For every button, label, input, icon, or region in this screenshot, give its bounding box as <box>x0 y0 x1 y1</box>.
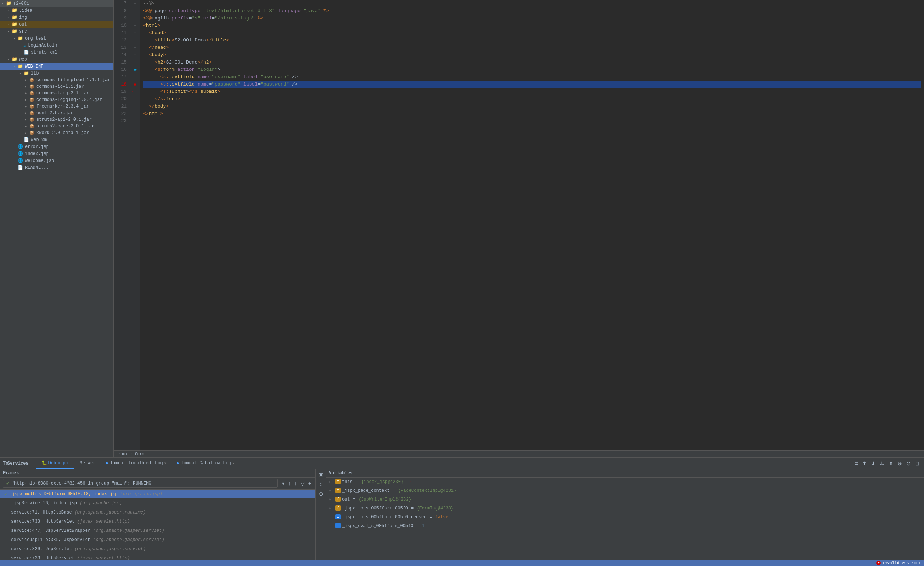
toolbar-btn-7[interactable]: ⊟ <box>914 460 921 467</box>
debug-tab-tomcat-catalina-log[interactable]: ▶Tomcat Catalina Log✕ <box>172 458 240 469</box>
tab-close-btn[interactable]: ✕ <box>164 461 166 465</box>
sidebar-item-commons-fileupload[interactable]: 📦commons-fileupload-1.1.1.jar <box>0 77 113 83</box>
thread-add-btn[interactable]: + <box>307 480 312 487</box>
side-btn-2[interactable]: ↕ <box>317 480 324 488</box>
sidebar-item-freemarker[interactable]: 📦freemarker-2.3.4.jar <box>0 103 113 110</box>
var-item-3[interactable]: f_jspx_th_s_005fform_005f0 = {FormTag@42… <box>326 504 924 513</box>
line-number-23: 23 <box>117 117 127 125</box>
frame-item-3[interactable]: service:733, HttpServlet (javax.servlet.… <box>0 517 315 526</box>
fold-marker[interactable]: − <box>134 103 136 110</box>
sidebar-item-WEB-INF[interactable]: 📁WEB-INF <box>0 63 113 70</box>
frames-panel: Frames ✔ "http-nio-8080-exec-4"@2,456 in… <box>0 469 316 560</box>
tab-close-btn[interactable]: ✕ <box>232 461 235 465</box>
sidebar-item-xwork[interactable]: 📦xwork-2.0-beta-1.jar <box>0 129 113 136</box>
debugger-tabs-row: To Services🐛DebuggerServer▶Tomcat Localh… <box>0 458 924 469</box>
sidebar-item-commons-io[interactable]: 📦commons-io-1.1.jar <box>0 83 113 90</box>
fold-marker[interactable]: − <box>134 22 136 29</box>
xml-icon: 📄 <box>24 50 29 55</box>
sidebar-item-commons-logging[interactable]: 📦commons-logging-1.0.4.jar <box>0 96 113 103</box>
sidebar-item-org.test[interactable]: 📁org.test <box>0 35 113 42</box>
var-item-2[interactable]: fout = {JspWriterImpl@4232} <box>326 495 924 504</box>
frame-item-2[interactable]: service:71, HttpJspBase (org.apache.jasp… <box>0 508 315 517</box>
toolbar-btn-3[interactable]: ⇊ <box>879 460 886 467</box>
toolbar-btn-5[interactable]: ⊗ <box>896 460 903 467</box>
sidebar-item-welcome.jsp[interactable]: 🌐welcome.jsp <box>0 157 113 164</box>
var-icon: l <box>335 514 340 519</box>
debug-tab-tomcat-localhost-log[interactable]: ▶Tomcat Localhost Log✕ <box>100 458 171 469</box>
code-content[interactable]: --%><%@ page contentType="text/html;char… <box>140 0 924 450</box>
jsp-icon: 🌐 <box>18 158 23 163</box>
sidebar-item-ognl[interactable]: 📦ognl-2.6.7.jar <box>0 110 113 116</box>
fold-marker[interactable]: − <box>134 0 136 8</box>
var-item-1[interactable]: f_jspx_page_context = {PageContextImpl@4… <box>326 486 924 495</box>
file-icon: 📄 <box>18 165 23 170</box>
breakpoint-marker[interactable]: ● <box>134 81 136 88</box>
code-line-12: <title>S2-001 Demo</title> <box>143 37 921 44</box>
line-number-8: 8 <box>117 8 127 15</box>
sidebar-item-error.jsp[interactable]: 🌐error.jsp <box>0 143 113 150</box>
side-btn-1[interactable]: ▣ <box>317 471 324 479</box>
var-arrow[interactable] <box>329 496 334 503</box>
sidebar-item-label: commons-logging-1.0.4.jar <box>36 97 102 102</box>
frame-item-0[interactable]: ✔_jspx_meth_s_005fform_005f0:18, index_j… <box>0 489 315 499</box>
sidebar-item-struts2-api[interactable]: 📦struts2-api-2.0.1.jar <box>0 116 113 123</box>
thread-expand-btn[interactable]: ▾ <box>281 480 285 487</box>
sidebar-item-struts.xml[interactable]: 📄struts.xml <box>0 49 113 56</box>
debug-tab-debugger[interactable]: 🐛Debugger <box>36 458 75 469</box>
sidebar-item-idea[interactable]: 📁.idea <box>0 7 113 14</box>
toolbar-btn-2[interactable]: ⬇ <box>870 460 877 467</box>
frame-active-icon: ✔ <box>4 491 7 497</box>
var-arrow[interactable] <box>329 488 334 494</box>
toolbar-btn-1[interactable]: ⬆ <box>861 460 868 467</box>
sidebar-item-lib[interactable]: 📁lib <box>0 70 113 77</box>
sidebar-arrow <box>13 36 18 41</box>
toolbar-btn-4[interactable]: ⬆ <box>887 460 895 467</box>
sidebar-item-README[interactable]: 📄README... <box>0 164 113 171</box>
thread-up-btn[interactable]: ↑ <box>287 480 292 487</box>
fold-marker[interactable]: − <box>134 44 136 51</box>
sidebar-item-web[interactable]: 📁web <box>0 56 113 63</box>
var-item-0[interactable]: fthis = {index_jsp@4230}← <box>326 477 924 486</box>
sidebar-item-LoginAction[interactable]: ☕LoginActoin <box>0 42 113 49</box>
code-line-18: <s:textfield name="password" label="pass… <box>143 81 921 88</box>
toolbar-btn-0[interactable]: ≡ <box>854 460 860 467</box>
frame-item-6[interactable]: service:329, JspServlet (org.apache.jasp… <box>0 545 315 554</box>
frame-item-4[interactable]: service:477, JspServletWrapper (org.apac… <box>0 526 315 536</box>
frame-item-5[interactable]: serviceJspFile:385, JspServlet (org.apac… <box>0 536 315 545</box>
sidebar-item-commons-lang[interactable]: 📦commons-lang-2.1.jar <box>0 90 113 96</box>
frame-item-7[interactable]: service:733, HttpServlet (javax.servlet.… <box>0 554 315 560</box>
sidebar-item-label: web.xml <box>31 137 49 143</box>
fold-marker[interactable]: − <box>134 51 136 59</box>
sidebar-item-src[interactable]: 📁src <box>0 28 113 35</box>
var-arrow[interactable] <box>329 479 334 485</box>
var-name: _jspx_th_s_005fform_005f0_reused <box>342 514 426 521</box>
fold-marker[interactable]: − <box>134 29 136 37</box>
sidebar-item-out[interactable]: 📁out <box>0 21 113 28</box>
side-btn-3[interactable]: ⊕ <box>317 489 324 498</box>
frame-name: _jspService:16, index_jsp <box>11 500 77 506</box>
toolbar-btn-6[interactable]: ⊘ <box>905 460 912 467</box>
sidebar-item-struts2-core[interactable]: 📦struts2-core-2.0.1.jar <box>0 123 113 129</box>
frame-class: (javax.servlet.http) <box>77 518 130 525</box>
sidebar-item-web.xml[interactable]: 📄web.xml <box>0 136 113 143</box>
sidebar-item-label: freemarker-2.3.4.jar <box>36 104 89 109</box>
sidebar-item-index.jsp[interactable]: 🌐index.jsp <box>0 150 113 157</box>
breadcrumb-item[interactable]: root <box>118 452 128 456</box>
sidebar-item-img[interactable]: 📁img <box>0 14 113 21</box>
sidebar-item-s2-001[interactable]: 📁s2-001 <box>0 0 113 7</box>
sidebar-item-label: src <box>19 29 27 34</box>
debug-tab-server[interactable]: Server <box>75 458 100 469</box>
var-name: _jspx_th_s_005fform_005f0 <box>342 505 408 512</box>
var-icon: f <box>335 479 340 484</box>
frame-name: service:733, HttpServlet <box>11 518 75 525</box>
breadcrumb-item[interactable]: form <box>135 452 144 456</box>
var-item-4[interactable]: l_jspx_th_s_005fform_005f0_reused = fals… <box>326 513 924 522</box>
frame-item-1[interactable]: _jspService:16, index_jsp (org.apache.js… <box>0 499 315 508</box>
var-item-5[interactable]: l_jspx_eval_s_005fform_005f0 = 1 <box>326 522 924 530</box>
var-arrow[interactable] <box>329 505 334 512</box>
thread-filter-btn[interactable]: ▽ <box>300 480 306 487</box>
sidebar-arrow <box>8 29 12 34</box>
code-line-14: <body> <box>143 51 921 59</box>
thread-down-btn[interactable]: ↓ <box>293 480 298 487</box>
gutter-row-12 <box>130 37 140 44</box>
